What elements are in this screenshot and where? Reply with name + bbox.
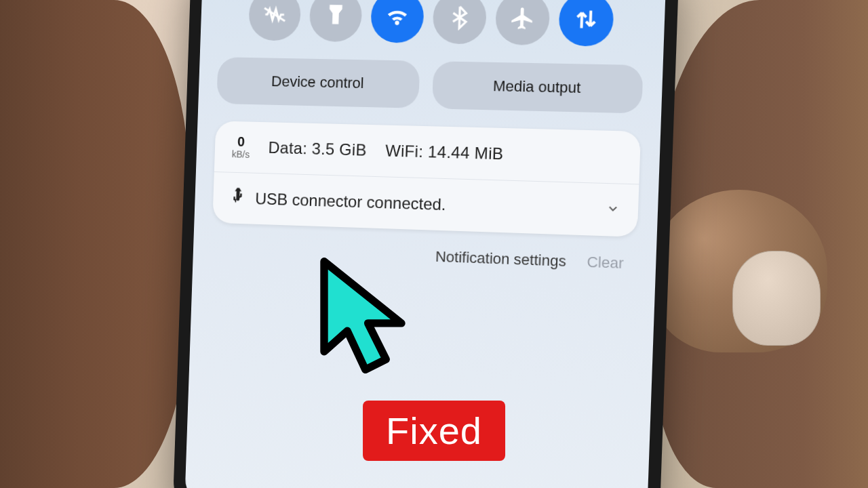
qs-vibrate-toggle[interactable] bbox=[248, 0, 301, 41]
bluetooth-icon bbox=[446, 4, 473, 30]
notification-card[interactable]: 0 kB/s Data: 3.5 GiB WiFi: 14.44 MiB USB… bbox=[212, 121, 641, 237]
qs-bluetooth-toggle[interactable] bbox=[432, 0, 487, 45]
usb-message: USB connector connected. bbox=[255, 189, 620, 220]
flashlight-icon bbox=[323, 3, 349, 28]
quick-settings-row bbox=[219, 0, 646, 47]
data-usage-label: Data: 3.5 GiB bbox=[268, 138, 367, 160]
hand-left bbox=[0, 0, 190, 488]
cursor-overlay-icon bbox=[298, 251, 427, 393]
notification-settings-link[interactable]: Notification settings bbox=[435, 248, 567, 270]
wifi-usage-label: WiFi: 14.44 MiB bbox=[385, 142, 504, 164]
data-transfer-icon bbox=[572, 6, 599, 33]
speed-value: 0 bbox=[237, 135, 245, 148]
device-control-button[interactable]: Device control bbox=[216, 57, 420, 108]
device-control-label: Device control bbox=[271, 73, 364, 92]
qs-data-toggle[interactable] bbox=[558, 0, 614, 47]
usb-icon bbox=[230, 187, 243, 209]
speed-unit: kB/s bbox=[232, 149, 250, 159]
airplane-icon bbox=[509, 5, 536, 32]
qs-flashlight-toggle[interactable] bbox=[309, 0, 362, 42]
speed-indicator: 0 kB/s bbox=[232, 135, 251, 159]
clear-link[interactable]: Clear bbox=[587, 253, 624, 272]
wifi-icon bbox=[384, 3, 410, 30]
pill-row: Device control Media output bbox=[216, 57, 643, 113]
vibrate-icon bbox=[262, 1, 288, 27]
thumb-nail bbox=[732, 251, 821, 346]
qs-wifi-toggle[interactable] bbox=[370, 0, 425, 43]
chevron-down-icon[interactable] bbox=[606, 201, 620, 219]
fixed-badge-label: Fixed bbox=[386, 409, 482, 452]
media-output-button[interactable]: Media output bbox=[432, 61, 644, 113]
qs-airplane-toggle[interactable] bbox=[495, 0, 551, 45]
fixed-badge: Fixed bbox=[363, 401, 505, 461]
media-output-label: Media output bbox=[492, 77, 580, 97]
